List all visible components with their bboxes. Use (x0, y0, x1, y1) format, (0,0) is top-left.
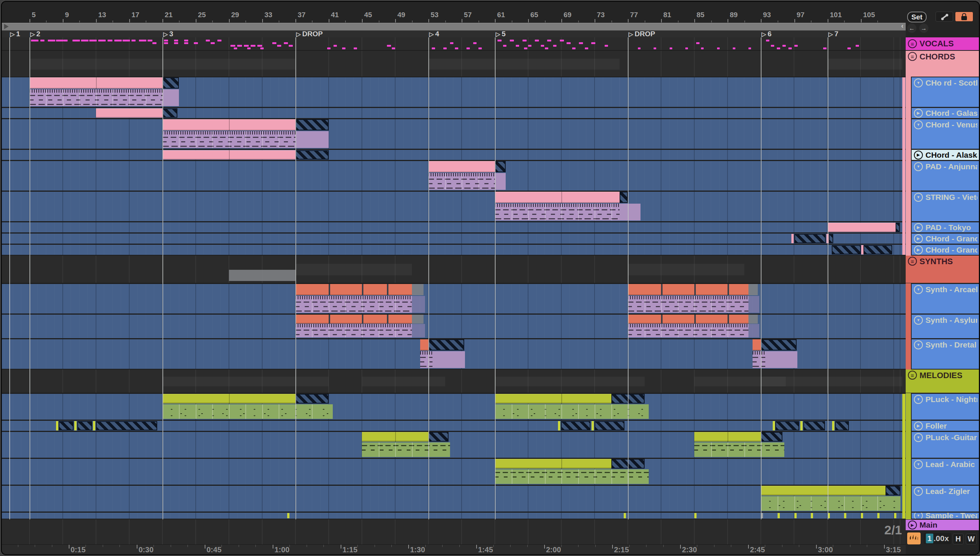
lane-guitar[interactable] (2, 432, 906, 458)
midi-notes-arcaella[interactable] (412, 296, 425, 313)
midi-notes-venus[interactable] (163, 131, 295, 148)
track-header-foller[interactable]: ▶Foller (912, 421, 980, 431)
midi-notes-guitar[interactable] (694, 443, 784, 457)
clip-anjunna[interactable] (429, 161, 495, 172)
track-header-alaska[interactable]: ▶CHord - Alaska (912, 150, 980, 160)
midi-notes-dretal[interactable] (420, 351, 432, 368)
fold-open-icon[interactable]: ▼ (914, 433, 923, 442)
lane-vieto[interactable] (2, 192, 906, 221)
fade-clip-alaska[interactable] (295, 150, 329, 160)
mini-clip[interactable] (592, 421, 594, 430)
midi-notes-anjunna[interactable] (495, 173, 506, 190)
track-header-vocals-lane[interactable]: ≡VOCALS (906, 37, 980, 50)
track-header-sample[interactable]: ▼Sample - Tweak (912, 512, 980, 519)
lane-zigler[interactable] (2, 486, 906, 512)
fade-clip-nightm[interactable] (295, 394, 329, 404)
time-ruler[interactable]: 0:150:300:451:001:151:301:452:002:152:30… (2, 545, 906, 554)
lane-galasc[interactable] (2, 108, 906, 118)
clip-vieto[interactable] (495, 192, 620, 203)
lane-tokyo[interactable] (2, 222, 906, 233)
midi-notes-arcaella[interactable] (748, 296, 759, 313)
mini-clip[interactable] (811, 513, 813, 518)
muted-clip[interactable] (229, 270, 295, 281)
clip-guitar[interactable] (694, 432, 761, 442)
mini-clip[interactable] (624, 513, 626, 518)
lane-scothe[interactable] (2, 78, 906, 107)
track-header-nightm[interactable]: ▼PLuck - Nightm (912, 394, 980, 420)
width-zoom-button[interactable]: W (966, 533, 977, 545)
track-header-zigler[interactable]: ▼Lead- Zigler (912, 486, 980, 512)
fold-closed-icon[interactable]: ▶ (914, 234, 923, 243)
track-header-scothe[interactable]: ▼CHo rd - Scothe (912, 78, 980, 107)
fold-open-icon[interactable]: ▼ (914, 193, 923, 202)
fold-open-icon[interactable]: ▼ (914, 316, 923, 325)
mini-clip[interactable] (894, 513, 896, 518)
empty-arrangement-area[interactable] (2, 519, 906, 545)
fold-open-icon[interactable]: ▼ (914, 162, 923, 171)
track-header-chords-lane[interactable]: ≡CHORDS (906, 51, 980, 77)
mini-clip[interactable] (800, 421, 803, 430)
track-header-venus[interactable]: ▼CHord - Venus (912, 119, 980, 149)
clip-asylum[interactable] (295, 315, 412, 323)
fade-clip-venus[interactable] (295, 119, 329, 130)
fold-open-icon[interactable]: ▼ (914, 120, 923, 129)
lane-sample[interactable] (2, 512, 906, 519)
clip-asylum[interactable] (628, 315, 748, 323)
fold-closed-icon[interactable]: ▶ (914, 223, 923, 232)
group-menu-icon[interactable]: ≡ (908, 39, 917, 48)
fade-clip-vieto[interactable] (620, 192, 628, 203)
track-header-guitar[interactable]: ▼PLuck -Guitar (912, 432, 980, 458)
mini-clip[interactable] (761, 513, 763, 518)
fade-clip-arabic[interactable] (611, 459, 645, 469)
clip-arabic[interactable] (495, 459, 611, 469)
midi-notes-scothe[interactable] (163, 89, 179, 106)
group-menu-icon[interactable]: ≡ (908, 52, 917, 61)
clip-nightm[interactable] (495, 394, 611, 404)
track-header-galasc[interactable]: ▶CHord - Galasc (912, 108, 980, 118)
mini-clip[interactable] (74, 421, 77, 430)
fade-clip-grand1[interactable] (829, 234, 833, 243)
midi-notes-asylum[interactable] (295, 324, 412, 338)
mini-clip[interactable] (828, 513, 830, 518)
fold-open-icon[interactable]: ▼ (914, 78, 923, 87)
midi-notes-vieto[interactable] (495, 204, 620, 220)
midi-notes-arcaella[interactable] (628, 296, 748, 313)
clip-arcaella[interactable] (295, 284, 412, 295)
lane-grand2[interactable] (2, 245, 906, 255)
mini-clip[interactable] (861, 513, 863, 518)
back-arrow-button[interactable]: ← (907, 24, 917, 33)
midi-notes-asylum[interactable] (748, 324, 759, 338)
play-icon[interactable]: ▶ (908, 520, 917, 530)
fade-clip-foller[interactable] (775, 421, 799, 430)
audio-engine-button[interactable] (907, 532, 920, 545)
midi-notes-arabic[interactable] (495, 469, 649, 484)
mini-clip[interactable] (877, 513, 880, 518)
fold-open-icon[interactable]: ▼ (914, 285, 923, 294)
midi-notes-dretal[interactable] (432, 351, 465, 368)
mini-clip[interactable] (832, 421, 834, 430)
lane-synths-lane[interactable] (2, 255, 906, 283)
link-button[interactable] (936, 11, 953, 22)
playback-speed-control[interactable]: 1.00x (924, 533, 951, 544)
fade-clip-grand2[interactable] (864, 245, 892, 254)
fold-closed-icon[interactable]: ▶ (914, 150, 923, 160)
fade-clip-dretal[interactable] (761, 339, 796, 351)
mini-clip[interactable] (694, 513, 696, 518)
midi-notes-guitar[interactable] (362, 443, 450, 457)
fold-open-icon[interactable]: ▼ (914, 460, 923, 469)
muted-clip[interactable] (412, 315, 424, 323)
fold-closed-icon[interactable]: ▶ (914, 109, 923, 118)
track-header-melodies-lane[interactable]: ≡MELODIES (906, 370, 980, 393)
lane-anjunna[interactable] (2, 161, 906, 191)
fade-clip-foller[interactable] (835, 421, 849, 430)
track-header-grand2[interactable]: ▶CHord - Grand (912, 245, 980, 255)
lane-venus[interactable] (2, 119, 906, 149)
muted-clip[interactable] (748, 284, 758, 295)
muted-clip[interactable] (412, 284, 424, 295)
fade-clip-grand2[interactable] (832, 245, 861, 254)
clip-arcaella[interactable] (628, 284, 748, 295)
lane-alaska[interactable] (2, 150, 906, 160)
track-header-vieto[interactable]: ▼STRING - Vieto (912, 192, 980, 221)
lane-grand1[interactable] (2, 234, 906, 244)
track-header-arabic[interactable]: ▼Lead - Arabic (912, 459, 980, 485)
